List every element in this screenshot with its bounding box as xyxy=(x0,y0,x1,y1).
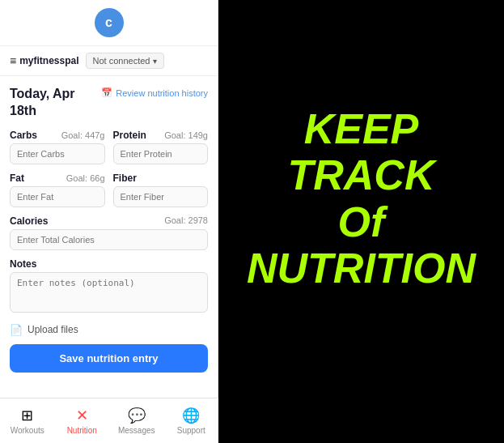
protein-label: Protein xyxy=(113,130,146,141)
app-logo-letter: c xyxy=(105,15,112,30)
calories-input[interactable] xyxy=(10,229,208,250)
calendar-icon: 📅 xyxy=(101,87,112,98)
review-link-text: Review nutrition history xyxy=(116,88,208,98)
nav-support-label: Support xyxy=(177,426,205,435)
calories-goal: Goal: 2978 xyxy=(164,215,208,227)
upload-row[interactable]: 📄 Upload files xyxy=(10,324,208,336)
carbs-goal: Goal: 447g xyxy=(61,130,105,140)
fiber-item: Fiber xyxy=(113,173,209,207)
date-title: Today, Apr 18th xyxy=(10,86,101,120)
nav-workouts-label: Workouts xyxy=(11,426,44,435)
nav-nutrition[interactable]: ✕ Nutrition xyxy=(61,407,102,435)
fat-item: Fat Goal: 66g xyxy=(10,173,105,207)
nutrition-form: Today, Apr 18th 📅 Review nutrition histo… xyxy=(0,76,218,398)
save-button[interactable]: Save nutrition entry xyxy=(10,344,208,373)
nav-messages-label: Messages xyxy=(118,426,155,435)
support-icon: 🌐 xyxy=(182,407,200,424)
calories-item: Calories Goal: 2978 xyxy=(10,215,208,250)
bottom-nav: ⊞ Workouts ✕ Nutrition 💬 Messages 🌐 Supp… xyxy=(0,398,218,443)
calories-label: Calories xyxy=(10,215,48,227)
nav-workouts[interactable]: ⊞ Workouts xyxy=(7,407,48,435)
notes-label: Notes xyxy=(10,258,36,270)
nav-messages[interactable]: 💬 Messages xyxy=(116,407,157,435)
protein-goal: Goal: 149g xyxy=(164,130,208,140)
notes-item: Notes xyxy=(10,258,208,316)
carbs-label: Carbs xyxy=(10,130,37,141)
fat-input[interactable] xyxy=(10,186,105,207)
nav-support[interactable]: 🌐 Support xyxy=(171,407,211,435)
protein-item: Protein Goal: 149g xyxy=(113,130,209,164)
fiber-input[interactable] xyxy=(113,186,209,207)
promo-text: KEEP TRACK Of Nutrition xyxy=(247,106,476,292)
promo-line3: Of xyxy=(247,199,476,245)
upload-icon: 📄 xyxy=(10,324,23,336)
macro-grid: Carbs Goal: 447g Protein Goal: 149g xyxy=(10,130,208,207)
upload-label: Upload files xyxy=(28,324,78,335)
save-button-label: Save nutrition entry xyxy=(59,352,158,364)
app-header: c xyxy=(0,0,218,46)
fat-goal: Goal: 66g xyxy=(66,173,105,183)
mfp-bar: ≡ myfitnesspal Not connected ▾ xyxy=(0,46,218,76)
connection-status-label: Not connected xyxy=(93,56,150,66)
messages-icon: 💬 xyxy=(128,407,146,424)
review-link[interactable]: 📅 Review nutrition history xyxy=(101,87,208,98)
carbs-input[interactable] xyxy=(10,143,105,164)
notes-textarea[interactable] xyxy=(10,272,208,313)
nav-nutrition-label: Nutrition xyxy=(67,426,97,435)
workouts-icon: ⊞ xyxy=(21,407,33,424)
fiber-label: Fiber xyxy=(113,173,137,184)
fat-label: Fat xyxy=(10,173,24,184)
promo-line1: KEEP xyxy=(247,106,476,152)
mfp-logo: ≡ myfitnesspal xyxy=(10,54,79,67)
promo-line2: TRACK xyxy=(247,152,476,198)
mfp-logo-icon: ≡ xyxy=(10,54,16,67)
date-row: Today, Apr 18th 📅 Review nutrition histo… xyxy=(10,86,208,120)
right-panel: KEEP TRACK Of Nutrition xyxy=(218,0,504,398)
protein-input[interactable] xyxy=(113,143,209,164)
chevron-down-icon: ▾ xyxy=(153,57,157,66)
nutrition-icon: ✕ xyxy=(76,407,88,424)
right-filler xyxy=(218,398,504,443)
connection-status-button[interactable]: Not connected ▾ xyxy=(86,53,165,69)
carbs-item: Carbs Goal: 447g xyxy=(10,130,105,164)
mfp-name: myfitnesspal xyxy=(19,55,78,66)
promo-line4: Nutrition xyxy=(247,245,476,292)
app-logo: c xyxy=(95,8,124,37)
